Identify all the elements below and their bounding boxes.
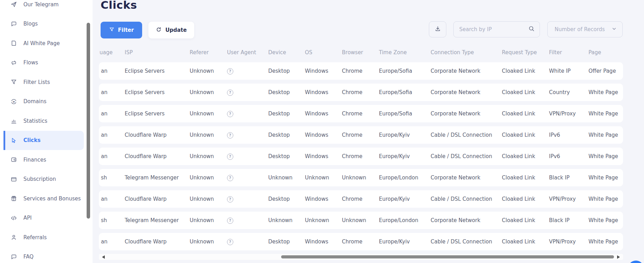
cell-language: sh [99,175,124,181]
sidebar-item-label: Our Telegram [23,1,59,8]
sidebar-item-label: Subscription [23,176,56,182]
download-button[interactable] [429,21,446,37]
cell-browser: Unknown [341,217,378,223]
sidebar-item-ai-white-page[interactable]: AI White Page [3,34,84,53]
sidebar-item-filter-lists[interactable]: Filter Lists [3,72,84,92]
cell-user_agent: ? [226,217,268,224]
question-mark-icon[interactable]: ? [227,196,233,202]
records-dropdown[interactable]: Number of Records [547,21,623,37]
cell-device: Desktop [268,239,304,245]
cell-device: Unknown [268,217,304,223]
cell-filter: IPv6 [548,132,588,138]
horizontal-scrollbar[interactable] [99,254,623,260]
sidebar-item-referrals[interactable]: Referrals [3,228,84,247]
cell-referer: Unknown [189,175,226,181]
sidebar-item-clicks[interactable]: Clicks [3,131,84,150]
cell-user_agent: ? [226,67,268,74]
cell-filter: VPN/Proxy [548,111,588,117]
cell-language: an [99,196,124,202]
sidebar-item-services-and-bonuses[interactable]: Services and Bonuses [3,189,84,208]
cell-browser: Chrome [341,89,378,95]
sidebar-item-statistics[interactable]: Statistics [3,111,84,131]
sidebar-item-finances[interactable]: Finances [3,150,84,170]
question-mark-icon[interactable]: ? [227,90,233,96]
search-box [453,21,540,37]
cell-page: White Page [588,89,623,95]
cell-page: White Page [588,196,623,202]
cell-isp: Eclipse Servers [124,111,189,117]
sidebar-item-label: Referrals [23,234,47,241]
cell-user_agent: ? [226,110,268,117]
question-mark-icon[interactable]: ? [227,68,233,74]
table-row[interactable]: anEclipse ServersUnknown?DesktopWindowsC… [99,62,623,80]
records-dropdown-label: Number of Records [555,26,605,33]
question-mark-icon[interactable]: ? [227,111,233,117]
cell-browser: Chrome [341,153,378,159]
cell-isp: Telegram Messenger [124,217,189,223]
column-header-referer: Referer [189,49,226,59]
table-row[interactable]: anCloudflare WarpUnknown?DesktopWindowsC… [99,190,623,208]
scrollbar-thumb[interactable] [281,255,614,258]
table-row[interactable]: shTelegram MessengerUnknown?UnknownUnkno… [99,169,623,186]
cell-os: Windows [304,111,341,117]
table-row[interactable]: shTelegram MessengerUnknown?UnknownUnkno… [99,212,623,229]
cell-connection_type: Cable / DSL Connection [430,196,501,202]
cell-isp: Telegram Messenger [124,175,189,181]
sidebar-item-domains[interactable]: wDomains [3,92,84,112]
table-row[interactable]: anCloudflare WarpUnknown?DesktopWindowsC… [99,148,623,165]
table-row[interactable]: anCloudflare WarpUnknown?DesktopWindowsC… [99,126,623,144]
cell-page: White Page [588,239,623,245]
svg-text:w: w [13,100,15,103]
cell-user_agent: ? [226,89,268,96]
cell-os: Windows [304,132,341,138]
cell-time_zone: Europe/London [378,217,430,223]
cell-time_zone: Europe/Kyiv [378,153,430,159]
cursor-icon [10,137,17,144]
filter-button-label: Filter [118,27,134,33]
sidebar-item-flows[interactable]: Flows [3,53,84,73]
column-header-os: OS [304,49,341,59]
filter-button[interactable]: Filter [101,22,142,38]
question-mark-icon[interactable]: ? [227,175,233,181]
update-button[interactable]: Update [148,22,194,38]
question-mark-icon[interactable]: ? [227,132,233,138]
cell-device: Desktop [268,153,304,159]
sidebar-item-blogs[interactable]: Blogs [3,14,84,34]
chat-bubble-icon [10,21,17,27]
cell-referer: Unknown [189,196,226,202]
cell-language: an [99,89,124,95]
sidebar-item-api[interactable]: API [3,208,84,228]
sidebar-item-label: FAQ [23,254,34,260]
table-row[interactable]: anCloudflare WarpUnknown?DesktopWindowsC… [99,233,623,250]
table-row[interactable]: anEclipse ServersUnknown?DesktopWindowsC… [99,105,623,122]
cell-isp: Cloudflare Warp [124,239,189,245]
scroll-left-arrow[interactable] [102,255,105,259]
question-mark-icon[interactable]: ? [227,154,233,160]
sidebar-scrollbar[interactable] [87,23,90,219]
cell-connection_type: Corporate Network [430,111,501,117]
sidebar-item-subscription[interactable]: Subscription [3,170,84,189]
cell-filter: IPv6 [548,153,588,159]
sidebar-item-our-telegram[interactable]: Our Telegram [3,0,84,14]
cell-time_zone: Europe/Sofia [378,68,430,74]
scroll-right-arrow[interactable] [617,255,620,259]
cell-device: Desktop [268,196,304,202]
chat-bubble-icon [10,254,17,260]
cell-os: Unknown [304,217,341,223]
search-icon[interactable] [528,26,535,33]
column-header-request-type: Request Type [501,49,548,59]
person-icon [10,234,17,241]
sidebar-item-faq[interactable]: FAQ [3,247,84,263]
page-title: Clicks [101,0,137,11]
column-header-page: Page [588,49,623,59]
cell-time_zone: Europe/Sofia [378,111,430,117]
table-row[interactable]: anEclipse ServersUnknown?DesktopWindowsC… [99,84,623,101]
cell-page: White Page [588,111,623,117]
question-mark-icon[interactable]: ? [227,239,233,245]
column-header-device: Device [268,49,304,59]
flows-icon [10,59,17,66]
search-input[interactable] [459,26,528,33]
question-mark-icon[interactable]: ? [227,218,233,224]
cell-time_zone: Europe/Sofia [378,89,430,95]
sidebar-item-label: Statistics [23,118,47,124]
